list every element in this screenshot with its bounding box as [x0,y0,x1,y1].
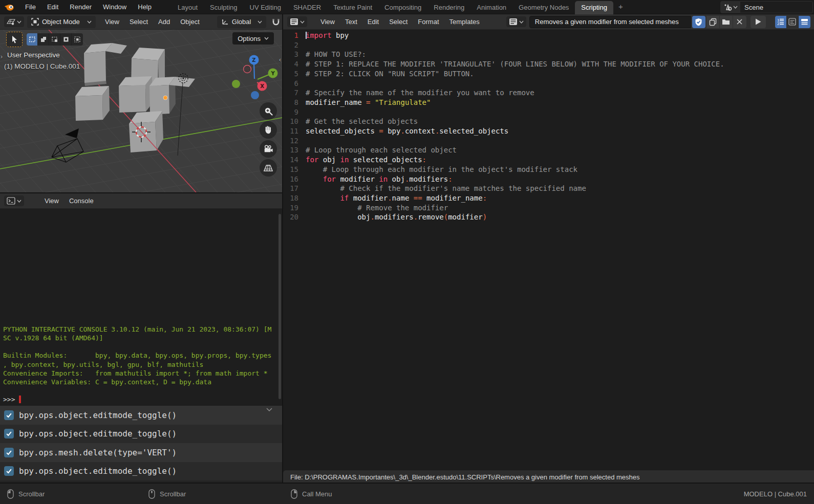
gizmo-neg-x[interactable] [244,65,251,73]
orthographic-toggle-button[interactable] [260,159,277,177]
scene-browse-button[interactable] [720,1,740,13]
code-line: 13# Loop through each selected object [283,145,814,155]
options-dropdown[interactable]: Options [232,32,274,45]
camera-object[interactable] [52,128,83,162]
pan-button[interactable] [260,121,277,139]
text-menu-select[interactable]: Select [384,16,413,28]
workspace-tab-geometry-nodes[interactable]: Geometry Nodes [512,1,575,14]
workspace-tab-sculpting[interactable]: Sculpting [204,1,243,14]
code-line: 2 [283,40,814,50]
text-menu-templates[interactable]: Templates [444,16,485,28]
workspace-tab-layout[interactable]: Layout [172,1,204,14]
workspace-tab-scripting[interactable]: Scripting [575,1,613,14]
info-log-row[interactable]: bpy.ops.object.editmode_toggle() [0,406,282,425]
text-menu-edit[interactable]: Edit [362,16,384,28]
syntax-highlight-toggle[interactable] [799,16,810,28]
text-editor-type-selector[interactable] [287,16,307,27]
workspace-tab-texture-paint[interactable]: Texture Paint [327,1,378,14]
text-menu-text[interactable]: Text [340,16,362,28]
zoom-button[interactable] [260,102,277,120]
fake-user-toggle[interactable] [692,16,705,28]
unlink-text-button[interactable] [733,16,746,28]
code-token: modifier [448,213,482,221]
menu-file[interactable]: File [19,1,41,13]
open-text-button[interactable] [720,16,733,28]
code-token: ) [483,213,487,221]
viewport-menu-select[interactable]: Select [124,16,153,28]
code-editor-area[interactable]: 1import bpy2 3# HOW TO USE?:4# STEP 1: R… [283,30,814,484]
cube-object[interactable] [75,86,110,121]
workspace-tab-shader[interactable]: SHADER [287,1,327,14]
select-mode-subtract-button[interactable] [49,33,60,46]
workspace-tab-compositing[interactable]: Compositing [378,1,427,14]
code-token: for [323,175,336,183]
console-menu-console[interactable]: Console [64,195,99,207]
code-token: obj [306,213,370,221]
gizmo-neg-z[interactable] [251,91,259,99]
viewport-menu-object[interactable]: Object [175,16,205,28]
mode-selector[interactable]: Object Mode [27,16,96,28]
menu-help[interactable]: Help [132,1,157,13]
workspace-tab-animation[interactable]: Animation [470,1,512,14]
editor-divider-horizontal[interactable] [0,192,282,193]
workspace-tab-uv-editing[interactable]: UV Editing [244,1,287,14]
checkbox-checked[interactable] [4,429,14,439]
select-extend-icon [40,36,47,43]
menu-window[interactable]: Window [97,1,132,13]
menu-render[interactable]: Render [64,1,97,13]
orientation-selector[interactable]: Global [217,16,266,28]
camera-view-button[interactable] [260,140,277,158]
code-line: 5# STEP 2: CLICK ON "RUN SCRIPT" BUTTON. [283,69,814,79]
line-number: 19 [283,203,298,213]
select-tool-button[interactable] [6,32,23,47]
word-wrap-toggle[interactable] [787,16,799,28]
snap-magnet-icon[interactable] [271,17,281,27]
text-menu-format[interactable]: Format [413,16,444,28]
menu-edit[interactable]: Edit [41,1,64,13]
viewport-canvas[interactable]: Z Y X [0,30,282,192]
code-line: 1import bpy [283,31,814,40]
select-mode-set-button[interactable] [27,33,38,46]
text-menu-view[interactable]: View [315,16,340,28]
checkbox-check-icon [6,449,12,456]
cube-object[interactable] [119,76,153,113]
checkbox-checked[interactable] [4,410,14,420]
navigation-gizmo[interactable]: Z Y X [232,55,278,100]
viewport-menu-add[interactable]: Add [153,16,175,28]
line-number: 13 [283,145,298,155]
select-mode-intersect-button[interactable] [72,33,83,46]
mouse-right-icon [291,489,297,499]
editor-divider-vertical[interactable] [282,14,283,484]
select-mode-extend-button[interactable] [38,33,49,46]
sidebar-toggle-right-icon[interactable]: ‹ [279,56,281,63]
editor-type-selector[interactable] [4,16,24,27]
add-workspace-button[interactable]: + [613,0,628,14]
new-text-button[interactable] [706,16,720,28]
checkbox-checked[interactable] [4,466,14,476]
cube-object[interactable] [149,77,195,115]
console-area[interactable]: PYTHON INTERACTIVE CONSOLE 3.10.12 (main… [0,210,282,406]
text-datablock-selector[interactable] [506,16,526,27]
console-editor-type-selector[interactable] [4,195,24,206]
code-line: 10# Get the selected objects [283,117,814,126]
info-log-row[interactable]: bpy.ops.object.editmode_toggle() [0,462,282,481]
console-menu-view[interactable]: View [39,195,64,207]
chevron-down-icon[interactable] [266,407,273,412]
console-prompt[interactable]: >>> [3,395,277,404]
line-numbers-toggle[interactable]: 1 2 [775,16,787,28]
info-log-row[interactable]: bpy.ops.mesh.delete(type='VERT') [0,443,282,462]
sidebar-toggle-left-icon[interactable]: › [1,53,3,60]
checkbox-checked[interactable] [4,448,14,457]
workspace-tab-rendering[interactable]: Rendering [427,1,470,14]
gizmo-neg-y[interactable] [232,80,240,88]
info-log-row[interactable]: bpy.ops.object.editmode_toggle() [0,425,282,444]
code-line: 19 # Remove the modifier [283,203,814,213]
code-line: 17 # Check if the modifier's name matche… [283,184,814,193]
run-script-button[interactable] [751,16,766,28]
viewport-menu-view[interactable]: View [100,16,124,28]
scene-name-field[interactable]: Scene [740,1,813,13]
console-scrollbar[interactable] [279,214,281,399]
select-mode-invert-button[interactable] [60,33,72,46]
cube-object[interactable] [84,43,127,86]
text-name-field[interactable]: Removes a given modifier from selected m… [529,16,691,28]
